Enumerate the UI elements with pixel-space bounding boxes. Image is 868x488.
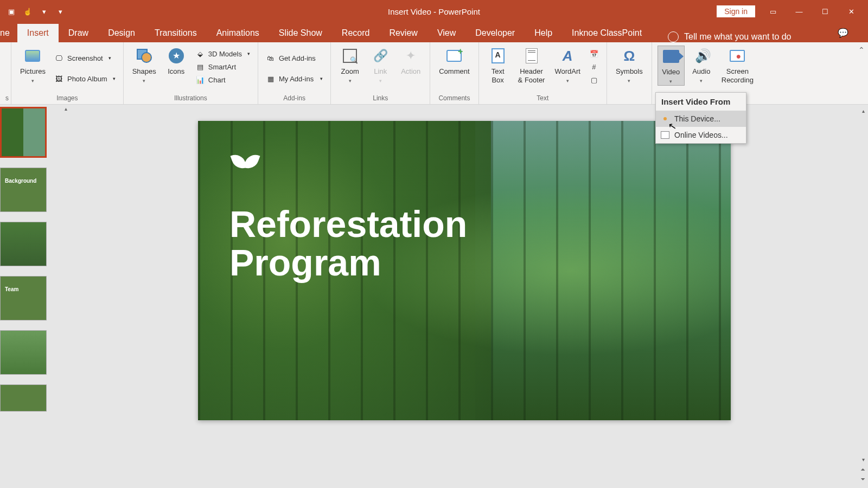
zoom-icon bbox=[343, 49, 357, 63]
video-button[interactable]: Video ▾ bbox=[658, 46, 685, 86]
pictures-button[interactable]: Pictures ▾ bbox=[17, 46, 49, 85]
group-label-comments: Comments bbox=[436, 94, 473, 103]
tab-view[interactable]: View bbox=[427, 24, 465, 42]
store-icon: 🛍 bbox=[266, 53, 276, 63]
group-label-links: Links bbox=[336, 94, 424, 103]
wordart-icon: A bbox=[563, 48, 573, 65]
wordart-button[interactable]: A WordArt ▾ bbox=[551, 46, 583, 85]
action-button: ✦ Action bbox=[397, 46, 424, 77]
title-bar: ▣ ☝ ▾ ▾ Insert Video - PowerPoint Sign i… bbox=[0, 0, 868, 23]
group-label-addins: Add-ins bbox=[264, 94, 325, 103]
zoom-button[interactable]: Zoom ▾ bbox=[336, 46, 363, 85]
group-label-images: Images bbox=[17, 94, 118, 103]
header-footer-button[interactable]: Header & Footer bbox=[515, 46, 548, 85]
tab-design[interactable]: Design bbox=[98, 24, 145, 42]
omega-icon: Ω bbox=[623, 48, 635, 65]
number-icon: # bbox=[589, 62, 599, 72]
maximize-icon[interactable]: ☐ bbox=[813, 0, 838, 23]
scroll-down-icon[interactable]: ▾ bbox=[859, 455, 867, 464]
minimize-icon[interactable]: — bbox=[787, 0, 812, 23]
slide-number-button[interactable]: # bbox=[587, 61, 601, 73]
audio-icon bbox=[695, 48, 708, 63]
slide-thumbnail-panel: Background Team ▴ bbox=[0, 105, 71, 488]
slide-title-text: Reforestation Program bbox=[229, 205, 467, 282]
tab-home-cut[interactable]: ne bbox=[0, 24, 17, 42]
screenshot-icon: 🖵 bbox=[54, 53, 64, 63]
qat-touch-icon[interactable]: ☝ bbox=[22, 5, 34, 17]
tab-developer[interactable]: Developer bbox=[465, 24, 525, 42]
collapse-ribbon-icon[interactable]: ⌃ bbox=[858, 46, 865, 54]
shapes-icon bbox=[137, 49, 152, 63]
object-icon: ▢ bbox=[589, 75, 599, 85]
tab-animations[interactable]: Animations bbox=[207, 24, 269, 42]
tab-help[interactable]: Help bbox=[525, 24, 562, 42]
group-label-symbols bbox=[612, 94, 646, 103]
chart-icon: 📊 bbox=[195, 75, 205, 85]
scroll-up-icon[interactable]: ▴ bbox=[859, 107, 867, 115]
thumbnail-scrollbar[interactable]: ▴ bbox=[61, 105, 71, 488]
audio-button[interactable]: Audio ▾ bbox=[688, 46, 715, 85]
date-icon: 📅 bbox=[589, 49, 599, 59]
slide-main[interactable]: Reforestation Program bbox=[198, 121, 731, 420]
qat-present-icon[interactable]: ▣ bbox=[5, 5, 17, 17]
thumbnail-slide-2[interactable]: Background bbox=[0, 168, 47, 212]
text-box-button[interactable]: Text Box bbox=[484, 46, 512, 85]
3d-models-button[interactable]: ⬙ 3D Models▾ bbox=[193, 48, 252, 60]
tab-draw[interactable]: Draw bbox=[59, 24, 98, 42]
pictures-icon bbox=[25, 50, 40, 62]
group-label-illustrations: Illustrations bbox=[129, 94, 252, 103]
tab-record[interactable]: Record bbox=[332, 24, 380, 42]
next-slide-icon[interactable]: ⏷ bbox=[859, 475, 867, 484]
online-video-icon bbox=[661, 131, 669, 139]
scroll-up-icon[interactable]: ▴ bbox=[61, 105, 70, 113]
link-button: 🔗 Link ▾ bbox=[367, 46, 394, 85]
close-icon[interactable]: ✕ bbox=[839, 0, 864, 23]
thumbnail-slide-4[interactable]: Team bbox=[0, 276, 47, 320]
screenshot-button[interactable]: 🖵 Screenshot▾ bbox=[52, 52, 118, 64]
tab-classpoint[interactable]: Inknoe ClassPoint bbox=[562, 24, 652, 42]
symbols-button[interactable]: Ω Symbols ▾ bbox=[612, 46, 646, 85]
insert-video-from-menu: Insert Video From This Device... Online … bbox=[655, 92, 746, 144]
workspace: Background Team ▴ Reforestation Program bbox=[0, 105, 868, 488]
icons-icon bbox=[169, 48, 184, 63]
date-time-button[interactable]: 📅 bbox=[587, 48, 601, 60]
tab-review[interactable]: Review bbox=[379, 24, 427, 42]
screen-recording-button[interactable]: Screen Recording bbox=[718, 46, 757, 85]
smartart-button[interactable]: ▤ SmartArt bbox=[193, 61, 252, 73]
leaf-logo-icon bbox=[232, 153, 259, 176]
cube-icon: ⬙ bbox=[195, 49, 205, 59]
photo-album-icon: 🖼 bbox=[54, 74, 64, 84]
tab-transitions[interactable]: Transitions bbox=[145, 24, 207, 42]
canvas-scrollbar[interactable]: ▴ ▾ ⏶ ⏷ bbox=[858, 105, 868, 488]
thumbnail-slide-5[interactable] bbox=[0, 330, 47, 375]
screen-recording-icon bbox=[730, 50, 745, 62]
tab-strip: ne Insert Draw Design Transitions Animat… bbox=[0, 23, 868, 42]
get-addins-button[interactable]: 🛍 Get Add-ins bbox=[264, 52, 325, 64]
chart-button[interactable]: 📊 Chart bbox=[193, 74, 252, 86]
comment-icon bbox=[446, 50, 462, 62]
header-footer-icon bbox=[526, 48, 538, 63]
thumbnail-slide-6[interactable] bbox=[0, 384, 47, 412]
sign-in-button[interactable]: Sign in bbox=[717, 5, 755, 17]
photo-album-button[interactable]: 🖼 Photo Album▾ bbox=[52, 73, 118, 85]
qat-customize-icon[interactable]: ▾ bbox=[54, 5, 66, 17]
qat-dropdown-icon[interactable]: ▾ bbox=[38, 5, 50, 17]
prev-slide-icon[interactable]: ⏶ bbox=[859, 465, 867, 474]
smartart-icon: ▤ bbox=[195, 62, 205, 72]
thumbnail-slide-1[interactable] bbox=[0, 107, 47, 158]
comments-pane-icon[interactable]: 💬 bbox=[828, 23, 858, 42]
icons-button[interactable]: Icons bbox=[163, 46, 190, 77]
group-label-text: Text bbox=[484, 94, 601, 103]
addins-icon: ▦ bbox=[266, 74, 276, 84]
shapes-button[interactable]: Shapes ▾ bbox=[129, 46, 159, 85]
comment-button[interactable]: Comment bbox=[436, 46, 473, 77]
tab-insert[interactable]: Insert bbox=[17, 24, 59, 42]
text-box-icon bbox=[492, 48, 505, 63]
ribbon-display-icon[interactable]: ▭ bbox=[761, 0, 786, 23]
object-button[interactable]: ▢ bbox=[587, 74, 601, 86]
my-addins-button[interactable]: ▦ My Add-ins▾ bbox=[264, 73, 325, 85]
thumbnail-slide-3[interactable] bbox=[0, 222, 47, 266]
tab-slideshow[interactable]: Slide Show bbox=[269, 24, 332, 42]
tell-me-search[interactable]: Tell me what you want to do bbox=[668, 31, 791, 42]
slide-canvas-area: Reforestation Program bbox=[71, 105, 858, 488]
